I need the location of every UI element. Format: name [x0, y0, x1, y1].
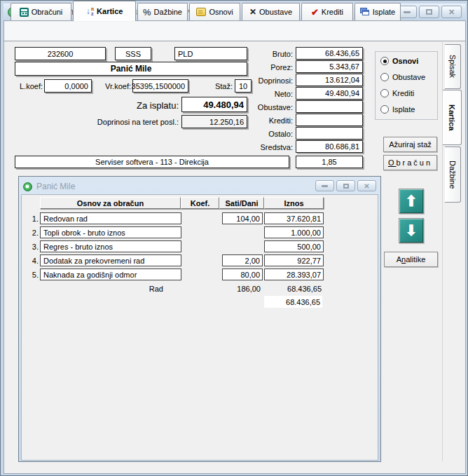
row-hours-field[interactable]: 104,00 [222, 212, 263, 224]
krediti-field[interactable] [296, 114, 363, 126]
close-icon: ✕ [364, 182, 369, 190]
sort-az-icon: ↓ az [86, 6, 94, 16]
vrkoef-field[interactable]: 35395,1500000 [132, 79, 188, 93]
child-minimize-button[interactable] [315, 180, 334, 191]
tab-krediti[interactable]: ✔ Krediti [301, 3, 353, 20]
doprinosi-poslodavac-label: Doprinosi na teret posl.: [83, 118, 179, 126]
workplace-field[interactable]: Serviser softvera - 113 - Direkcija [15, 156, 289, 168]
bruto-field[interactable]: 68.436,65 [296, 47, 363, 60]
row-name-field[interactable]: Topli obrok - bruto iznos [40, 226, 181, 238]
radio-icon [380, 105, 389, 114]
radio-osnovi[interactable]: Osnovi [380, 56, 418, 66]
tab-obustave[interactable]: ✕ Obustave [242, 3, 300, 20]
radio-icon [380, 73, 389, 81]
bruto-label: Bruto: [237, 50, 293, 58]
row-number: 5. [23, 271, 39, 279]
row-amount-field[interactable]: 37.620,81 [264, 212, 324, 224]
tab-dazbine[interactable]: % Dažbine [137, 3, 188, 20]
x-icon: ✕ [249, 7, 256, 17]
close-button[interactable]: ✕ [441, 6, 462, 18]
minimize-icon [322, 185, 328, 187]
child-window: Panić Mile ✕ Osnov za obračun Koef. Sati… [18, 176, 381, 462]
analitike-button[interactable]: Analitike [384, 252, 438, 267]
side-tab-spisak[interactable]: Spisak [445, 44, 461, 89]
sss-field[interactable]: SSS [115, 47, 151, 60]
row-hours-field[interactable]: 2,00 [222, 254, 263, 266]
minimize-icon [404, 11, 411, 13]
lkoef-label: L.koef: [11, 82, 43, 90]
side-tab-kartica[interactable]: Kartica [443, 90, 462, 145]
child-window-content: Osnov za obračun Koef. Sati/Dani Iznos 1… [21, 194, 378, 461]
child-restore-button[interactable] [336, 180, 355, 191]
restore-icon [343, 184, 349, 189]
row-amount-field[interactable]: 500,00 [264, 240, 324, 252]
row-number: 1. [23, 215, 39, 223]
row-hours-field[interactable]: 80,00 [222, 268, 263, 280]
notes-icon [196, 8, 206, 16]
row-name-field[interactable]: Redovan rad [40, 212, 181, 224]
azuriraj-staz-button[interactable]: Ažuriraj staž [383, 137, 437, 152]
row-name-field[interactable]: Regres - bruto iznos [40, 240, 181, 252]
neto-label: Neto: [237, 90, 293, 98]
arrow-up-icon: ⬆ [405, 193, 418, 210]
row-name-field[interactable]: Dodatak za prekovremeni rad [40, 254, 181, 266]
calculator-icon [20, 8, 29, 17]
side-tab-dazbine[interactable]: Dažbine [445, 147, 461, 203]
row-amount-field[interactable]: 28.393,07 [264, 268, 324, 280]
column-header-iznos: Iznos [264, 197, 324, 209]
check-icon: ✔ [311, 7, 319, 18]
child-app-logo-icon [23, 182, 32, 191]
doprinosi-field[interactable]: 13.612,04 [296, 74, 363, 86]
vrkoef-label: Vr.koef: [95, 82, 131, 90]
porez-label: Porez: [237, 63, 293, 72]
tab-obracuni[interactable]: Obračuni [11, 3, 71, 20]
tab-kartice[interactable]: ↓ az Kartice [73, 1, 136, 21]
obustave-label: Obustave: [237, 103, 293, 111]
child-window-title: Panić Mile [36, 182, 75, 191]
ostalo-field[interactable] [296, 127, 363, 140]
move-down-button[interactable]: ⬇ [399, 218, 424, 243]
obustave-field[interactable] [296, 100, 363, 113]
za-isplatu-label: Za isplatu: [106, 100, 179, 111]
child-close-button[interactable]: ✕ [357, 180, 376, 191]
copies-icon [360, 8, 370, 16]
restore-button[interactable] [419, 6, 439, 18]
summary-hours: 186,00 [222, 285, 261, 293]
summary-amount: 68.436,65 [266, 285, 322, 293]
workplace-koef-field[interactable]: 1,85 [296, 156, 363, 168]
column-header-osnov: Osnov za obračun [40, 197, 181, 209]
radio-isplate[interactable]: Isplate [380, 104, 415, 114]
row-number: 2. [23, 229, 39, 237]
staz-label: Staž: [207, 82, 233, 90]
sredstva-field[interactable]: 80.686,81 [296, 140, 363, 153]
employee-code-field[interactable]: 232600 [15, 47, 106, 60]
row-amount-field[interactable]: 922,77 [264, 254, 324, 266]
summary-label: Rad [110, 285, 163, 293]
move-up-button[interactable]: ⬆ [399, 189, 424, 214]
radio-krediti[interactable]: Krediti [380, 88, 414, 98]
restore-icon [426, 9, 432, 15]
tab-isplate[interactable]: Isplate [355, 3, 401, 20]
ostalo-label: Ostalo: [237, 130, 293, 138]
arrow-down-icon: ⬇ [405, 222, 418, 239]
tab-osnovi[interactable]: Osnovi [189, 3, 240, 20]
percent-icon: % [143, 7, 151, 18]
radio-obustave[interactable]: Obustave [380, 72, 425, 82]
row-name-field[interactable]: Naknada za godišnji odmor [40, 268, 181, 280]
doprinosi-label: Doprinosi: [237, 76, 293, 85]
radio-icon [380, 89, 389, 97]
total-amount: 68.436,65 [264, 296, 322, 308]
sredstva-label: Sredstva: [237, 143, 293, 151]
row-amount-field[interactable]: 1.000,00 [264, 226, 324, 238]
neto-field[interactable]: 49.480,94 [296, 87, 363, 100]
lkoef-field[interactable]: 0,0000 [44, 79, 92, 93]
child-title-bar[interactable]: Panić Mile ✕ [21, 179, 378, 194]
obracun-button[interactable]: Obračun [383, 155, 437, 170]
tab-strip [4, 22, 465, 41]
column-header-sati-dani: Sati/Dani [219, 197, 264, 209]
row-number: 3. [23, 243, 39, 251]
column-header-koef: Koef. [181, 197, 219, 209]
close-icon: ✕ [448, 8, 455, 17]
porez-field[interactable]: 5.343,67 [296, 60, 363, 73]
employee-name-field[interactable]: Panić Mile [15, 62, 247, 76]
